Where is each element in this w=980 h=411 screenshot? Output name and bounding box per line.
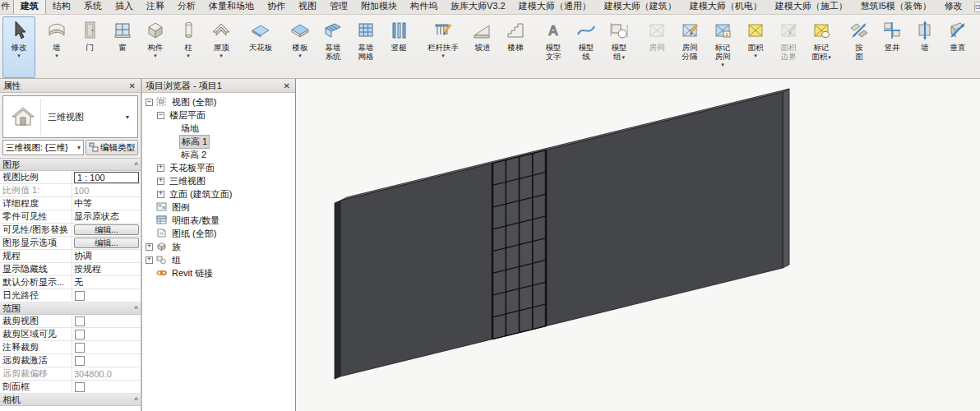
property-text[interactable]: 中等 [74,197,92,210]
edit-button[interactable]: 编辑... [74,224,139,235]
collapse-icon[interactable]: − [157,112,164,119]
ribbon-button-by-face[interactable]: 按 面 [843,16,876,78]
wall-3d[interactable] [340,92,783,376]
tab-管理[interactable]: 管理 [323,0,354,14]
ribbon-button-roof[interactable]: 屋顶▾ [205,16,238,78]
tree-item-图例[interactable]: 图例 [142,201,295,214]
tab-体量和场地[interactable]: 体量和场地 [202,0,261,14]
ribbon-display-toggle[interactable]: ⊡ ▾ [974,2,980,12]
tab-系统[interactable]: 系统 [77,0,109,14]
tree-item-标高 1[interactable]: 标高 1 [142,135,295,148]
property-section-图形[interactable]: 图形^ [0,159,141,171]
expand-icon[interactable]: + [146,256,153,264]
collapse-icon[interactable]: − [146,99,153,106]
ribbon-button-model-line[interactable]: 模型 线 [570,16,603,78]
close-icon[interactable]: ✕ [282,81,292,90]
ribbon-button-stair[interactable]: 楼梯 [499,16,532,78]
collapse-icon[interactable]: ^ [134,161,138,169]
tree-item-天花板平面[interactable]: +天花板平面 [142,161,295,174]
checkbox[interactable] [75,291,85,301]
tab-慧筑I5模（装饰）[interactable]: 慧筑I5模（装饰） [854,0,938,14]
tree-item-标高 2[interactable]: 标高 2 [142,148,295,161]
property-text[interactable]: 按规程 [74,263,101,275]
property-input[interactable]: 1 : 100 [74,172,139,183]
ribbon-button-ramp[interactable]: 坡道 [466,16,499,78]
tab-注释[interactable]: 注释 [140,0,171,14]
ribbon-button-window[interactable]: 窗 [106,16,139,78]
ribbon-button-door[interactable]: 门 [73,16,106,78]
ribbon-button-mullion[interactable]: 竖梃 [382,16,415,78]
checkbox[interactable] [75,316,85,326]
ribbon-button-tag-room[interactable]: 1标记 房间▾ [706,16,739,78]
collapse-icon[interactable]: ^ [134,305,138,312]
ribbon-button-ceiling[interactable]: 天花板 [238,16,284,78]
tab-建模大师（通用）[interactable]: 建模大师（通用） [512,0,598,14]
expand-icon[interactable]: + [157,178,164,185]
ribbon-button-curtain-grid[interactable]: 幕墙 网格 [349,16,382,78]
tree-item-组[interactable]: +组 [142,253,295,266]
checkbox[interactable] [75,330,85,339]
ribbon-button-tag-area[interactable]: 标记 面积▾ [805,16,838,78]
tab-协作[interactable]: 协作 [261,0,292,14]
ribbon-button-floor[interactable]: 楼板▾ [284,16,317,78]
ribbon-button-railing[interactable]: 栏杆扶手▾ [420,16,466,78]
property-text[interactable]: 304800.0 [74,369,112,379]
type-selector[interactable]: 三维视图 ▾ [2,95,138,138]
legend-icon [156,202,168,212]
close-icon[interactable]: ✕ [127,81,137,90]
property-text[interactable]: 无 [74,276,83,289]
expand-icon[interactable]: + [157,164,164,172]
checkbox[interactable] [75,382,85,392]
tab-建模大师（施工）[interactable]: 建模大师（施工） [769,0,854,14]
tab-结构[interactable]: 结构 [46,0,77,14]
edit-type-button[interactable]: 编辑类型 [86,140,138,155]
tree-item-立面 (建筑立面)[interactable]: +立面 (建筑立面) [142,187,295,201]
tab-建模大师（机电）[interactable]: 建模大师（机电） [683,0,769,14]
property-text[interactable]: 100 [74,186,89,196]
tree-item-楼层平面[interactable]: −楼层平面 [142,109,295,122]
tree-item-Revit 链接[interactable]: Revit 链接 [142,266,295,279]
ribbon-button-model-group[interactable]: 模型 组▾ [603,16,636,78]
property-section-范围[interactable]: 范围^ [0,302,141,315]
tab-族库大师V3.2[interactable]: 族库大师V3.2 [444,0,512,14]
tree-item-场地[interactable]: 场地 [142,122,295,135]
drawing-area[interactable] [296,79,980,411]
ribbon-button-vertical-opening[interactable]: 垂直 [941,16,974,78]
tab-附加模块[interactable]: 附加模块 [354,0,404,14]
ribbon-button-room-separator[interactable]: 房间 分隔 [673,16,706,78]
ribbon-button-shaft[interactable]: 竖井 [876,16,908,78]
ribbon-button-column[interactable]: 柱▾ [172,16,205,78]
checkbox[interactable] [75,343,85,353]
ribbon-button-curtain-system[interactable]: 幕墙 系统 [317,16,349,78]
tab-修改[interactable]: 修改 [938,0,969,14]
expand-icon[interactable]: + [146,243,153,251]
tab-插入[interactable]: 插入 [109,0,140,14]
property-section-相机[interactable]: 相机^ [0,394,141,406]
tree-item-三维视图[interactable]: +三维视图 [142,174,295,187]
tree-item-明细表/数量[interactable]: 明细表/数量 [142,214,295,227]
tab-视图[interactable]: 视图 [292,0,323,14]
tree-item-图纸 (全部)[interactable]: 图纸 (全部) [142,227,295,240]
ribbon-button-wall-opening[interactable]: 墙 [908,16,941,78]
tab-建模大师（建筑）[interactable]: 建模大师（建筑） [598,0,683,14]
tab-建筑[interactable]: 建筑 [13,0,46,14]
ribbon-button-cursor[interactable]: 修改▾ [2,16,35,78]
tree-item-族[interactable]: +族 [142,240,295,253]
tree-item-视图 (全部)[interactable]: −视图 (全部) [142,95,295,109]
ribbon-button-wall[interactable]: 墙▾ [40,16,73,78]
ribbon-button-area[interactable]: 面积▾ [739,16,772,78]
ribbon-button-model-text[interactable]: A模型 文字 [537,16,570,78]
ribbon-button-component[interactable]: 构件▾ [139,16,172,78]
collapse-icon[interactable]: ^ [134,396,138,404]
checkbox[interactable] [75,356,85,366]
tab-分析[interactable]: 分析 [171,0,202,14]
file-tab-partial[interactable]: 件 [0,0,13,14]
chevron-down-icon[interactable]: ▾ [126,113,137,121]
tab-构件坞[interactable]: 构件坞 [404,0,444,14]
instance-selector[interactable]: 三维视图: {三维} ▾ [2,140,84,155]
edit-button[interactable]: 编辑... [74,238,139,248]
ribbon-button-dormer[interactable]: 老虎窗 [974,16,980,78]
property-text[interactable]: 显示原状态 [74,210,119,223]
property-text[interactable]: 协调 [74,250,92,262]
expand-icon[interactable]: + [157,191,164,198]
